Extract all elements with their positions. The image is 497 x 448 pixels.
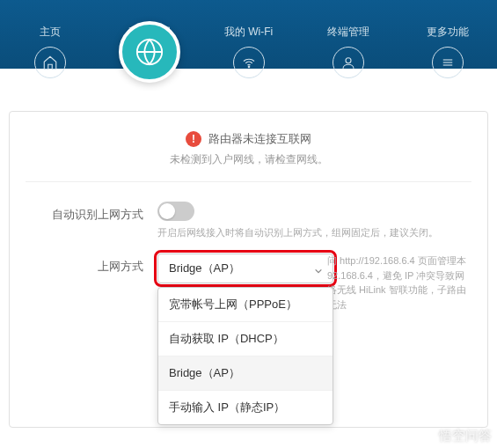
chevron-down-icon [314, 265, 323, 274]
mode-option-dhcp[interactable]: 自动获取 IP（DHCP） [158, 322, 333, 356]
top-nav: 主页 我要上网 我的 Wi-Fi 终端管理 更多功能 [0, 0, 497, 69]
nav-more[interactable]: 更多功能 [398, 25, 497, 78]
mode-option-static[interactable]: 手动输入 IP（静态IP） [158, 391, 333, 424]
alert-title: 路由器未连接互联网 [208, 131, 311, 147]
nav-label: 更多功能 [427, 25, 469, 40]
mode-side-note: 问 http://192.168.6.4 页面管理本92.168.6.4，避免 … [327, 253, 468, 312]
mode-option-pppoe[interactable]: 宽带帐号上网（PPPoE） [158, 288, 333, 322]
globe-icon [119, 21, 180, 83]
mode-option-bridge[interactable]: Bridge（AP） [158, 356, 333, 391]
nav-terminal[interactable]: 终端管理 [298, 25, 398, 78]
divider [26, 181, 471, 182]
auto-detect-row: 自动识别上网方式 开启后网线接入时将自动识别上网方式，组网固定后，建议关闭。 [26, 202, 471, 239]
mode-row: 上网方式 Bridge（AP） 宽带帐号上网（PPPoE） 自动获取 IP（DH… [26, 253, 471, 283]
nav-label: 终端管理 [327, 25, 369, 40]
nav-wifi[interactable]: 我的 Wi-Fi [199, 25, 298, 78]
content-area: ! 路由器未连接互联网 未检测到入户网线，请检查网线。 自动识别上网方式 开启后… [0, 69, 497, 428]
mode-select[interactable]: Bridge（AP） [157, 253, 333, 283]
wifi-icon [233, 47, 265, 78]
connection-alert: ! 路由器未连接互联网 未检测到入户网线，请检查网线。 [26, 131, 471, 167]
settings-card: ! 路由器未连接互联网 未检测到入户网线，请检查网线。 自动识别上网方式 开启后… [9, 111, 488, 428]
auto-detect-toggle[interactable] [157, 202, 194, 221]
svg-point-6 [421, 431, 428, 438]
menu-icon [432, 47, 464, 78]
toggle-knob [159, 203, 175, 219]
mode-dropdown: 宽带帐号上网（PPPoE） 自动获取 IP（DHCP） Bridge（AP） 手… [157, 287, 333, 425]
alert-subtitle: 未检测到入户网线，请检查网线。 [26, 152, 471, 167]
auto-detect-hint: 开启后网线接入时将自动识别上网方式，组网固定后，建议关闭。 [157, 226, 438, 239]
nav-internet[interactable]: 我要上网 [99, 25, 199, 40]
mode-selected-value: Bridge（AP） [169, 261, 240, 276]
nav-label: 我的 Wi-Fi [224, 25, 273, 40]
nav-label: 主页 [40, 25, 61, 40]
svg-point-2 [346, 58, 351, 63]
svg-point-1 [248, 66, 250, 68]
user-icon [333, 47, 364, 78]
watermark-text: 悟空问答 [439, 428, 492, 444]
warning-icon: ! [186, 131, 201, 147]
auto-detect-label: 自动识别上网方式 [26, 202, 157, 223]
mode-label: 上网方式 [26, 253, 157, 275]
nav-home[interactable]: 主页 [0, 25, 99, 78]
home-icon [34, 47, 66, 78]
svg-point-7 [428, 431, 435, 438]
watermark: 悟空问答 [420, 428, 492, 444]
